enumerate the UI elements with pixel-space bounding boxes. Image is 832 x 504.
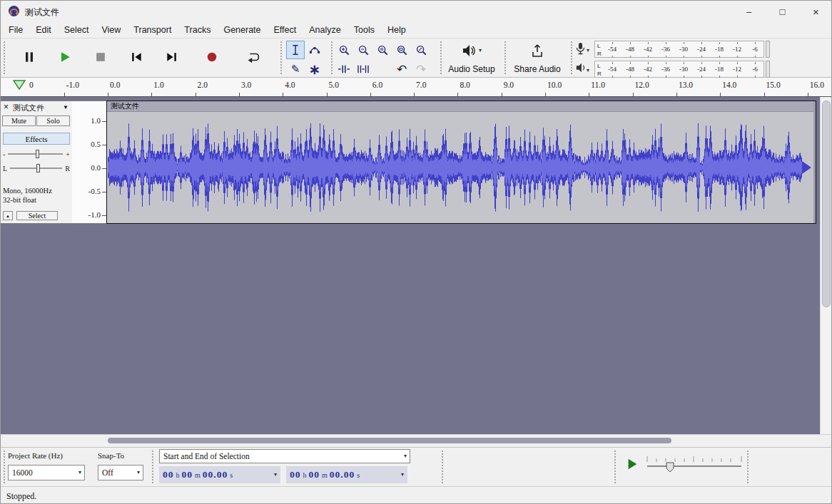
close-button[interactable]: × [799, 1, 832, 22]
timeline-ruler[interactable]: 0 -1.00.01.02.03.04.05.06.07.08.09.010.0… [1, 78, 831, 97]
audio-setup-button[interactable]: ▾ Audio Setup [442, 41, 502, 76]
toolbar-grip[interactable] [331, 41, 333, 74]
toolbar-grip[interactable] [571, 41, 572, 74]
dropdown-arrow-icon[interactable]: ▾ [401, 472, 404, 478]
menu-item-generate[interactable]: Generate [217, 25, 267, 35]
envelope-tool-button[interactable] [305, 41, 324, 59]
waveform-canvas[interactable] [107, 112, 813, 223]
selection-start-field[interactable]: 00 h 00 m 00.00 s ▾ [159, 466, 280, 483]
timeline-tick [327, 93, 328, 96]
skip-to-start-button[interactable] [121, 43, 152, 71]
snap-to-combobox[interactable]: Off ▾ [98, 465, 143, 480]
silence-audio-button[interactable] [354, 60, 372, 78]
toolbar-grip[interactable] [4, 41, 5, 74]
selection-end-minutes[interactable]: 00 [309, 469, 320, 480]
share-audio-button[interactable]: Share Audio [506, 41, 569, 76]
gain-slider[interactable]: - + [3, 148, 70, 160]
skip-to-end-button[interactable] [156, 43, 188, 71]
toolbar-grip[interactable] [614, 451, 616, 483]
trim-audio-button[interactable] [335, 60, 353, 78]
dropdown-arrow-icon[interactable]: ▾ [587, 68, 589, 73]
maximize-button[interactable]: □ [766, 1, 799, 22]
play-region-pin-icon[interactable] [13, 80, 26, 90]
horizontal-scrollbar-thumb[interactable] [108, 438, 671, 443]
timeline-tick [676, 93, 677, 96]
fit-project-button[interactable] [392, 41, 411, 59]
track-select-button[interactable]: Select [16, 211, 58, 220]
selection-start-minutes[interactable]: 00 [182, 469, 193, 480]
meter-scale-tick [701, 42, 702, 44]
playback-meter[interactable]: L R -54-48-42-36-30-24-18-12-6 [594, 61, 764, 78]
mic-icon[interactable] [576, 42, 586, 59]
zoom-in-button[interactable] [335, 41, 353, 59]
toolbar-grip[interactable] [442, 451, 443, 483]
selection-mode-combobox[interactable]: Start and End of Selection ▾ [159, 449, 410, 463]
toolbar-grip[interactable] [4, 451, 5, 483]
meter-scale-tick [755, 42, 756, 44]
selection-start-hours[interactable]: 00 [163, 469, 174, 480]
menu-item-tools[interactable]: Tools [347, 25, 381, 35]
loop-button[interactable] [238, 43, 269, 71]
menu-item-analyze[interactable]: Analyze [303, 25, 347, 35]
vertical-scrollbar-thumb[interactable] [822, 101, 831, 307]
menu-item-effect[interactable]: Effect [268, 25, 303, 35]
vertical-scale-ruler[interactable]: 1.00.50.0-0.5-1.0 [72, 101, 106, 224]
toolbar-grip[interactable] [280, 41, 282, 74]
gain-groove[interactable] [8, 153, 63, 155]
meter-resize-handle[interactable] [766, 61, 770, 78]
dropdown-arrow-icon[interactable]: ▾ [274, 472, 277, 478]
track-name[interactable]: 测试文件 [13, 103, 44, 113]
undo-button[interactable]: ↶ [392, 60, 411, 78]
menu-item-file[interactable]: File [2, 25, 29, 35]
timeline-tick-label: 10.0 [547, 81, 562, 89]
menu-item-edit[interactable]: Edit [29, 25, 58, 35]
play-speed-slider[interactable] [644, 451, 746, 478]
pan-thumb[interactable] [36, 164, 40, 173]
selection-end-field[interactable]: 00 h 00 m 00.00 s ▾ [286, 466, 407, 483]
stop-button[interactable] [85, 43, 116, 71]
minimize-button[interactable]: – [732, 1, 766, 22]
track-menu-icon[interactable]: ▼ [63, 104, 69, 110]
multi-tool-button[interactable]: ∗ [305, 60, 324, 78]
speaker-icon[interactable] [575, 62, 587, 79]
selection-end-hours[interactable]: 00 [290, 469, 301, 480]
draw-tool-button[interactable]: ✎ [286, 60, 305, 78]
project-rate-combobox[interactable]: 16000 ▾ [8, 465, 85, 480]
solo-button[interactable]: Solo [36, 115, 70, 126]
selection-end-seconds[interactable]: 00.00 [330, 469, 355, 480]
toolbar-grip[interactable] [152, 451, 153, 483]
effects-button[interactable]: Effects [3, 133, 70, 145]
clip-header[interactable]: 测试文件 [107, 101, 813, 112]
pan-slider[interactable]: L R [3, 163, 70, 174]
meter-scale-tick [648, 56, 649, 58]
track-close-icon[interactable]: × [4, 102, 9, 112]
menu-item-select[interactable]: Select [58, 25, 96, 35]
dropdown-arrow-icon[interactable]: ▾ [587, 48, 589, 53]
menu-item-transport[interactable]: Transport [127, 25, 178, 35]
gain-thumb[interactable] [36, 150, 39, 158]
track-collapse-button[interactable]: ▲ [3, 211, 13, 220]
mute-button[interactable]: Mute [2, 115, 36, 126]
toolbar-grip[interactable] [747, 451, 749, 483]
selection-start-seconds[interactable]: 00.00 [203, 469, 228, 480]
app-logo-icon [8, 5, 20, 17]
play-at-speed-button[interactable] [626, 458, 639, 470]
record-button[interactable] [196, 43, 228, 71]
zoom-out-button[interactable] [354, 41, 372, 59]
zoom-toggle-button[interactable] [412, 41, 430, 59]
menu-item-view[interactable]: View [95, 25, 127, 35]
status-bar: Stopped. [1, 486, 831, 504]
recording-meter[interactable]: L R -54-48-42-36-30-24-18-12-6 [594, 41, 764, 58]
menu-item-tracks[interactable]: Tracks [178, 25, 217, 35]
unit-hours: h [176, 471, 180, 479]
play-button[interactable] [49, 43, 81, 71]
meter-scale-tick [648, 62, 649, 64]
fit-selection-button[interactable] [373, 41, 392, 59]
menu-item-help[interactable]: Help [381, 25, 412, 35]
selection-tool-button[interactable] [286, 41, 305, 59]
pause-button[interactable] [14, 43, 45, 71]
meter-resize-handle[interactable] [766, 41, 770, 58]
redo-button[interactable]: ↷ [412, 60, 430, 78]
pan-groove[interactable] [10, 168, 62, 169]
meter-scale-tick [666, 42, 666, 44]
